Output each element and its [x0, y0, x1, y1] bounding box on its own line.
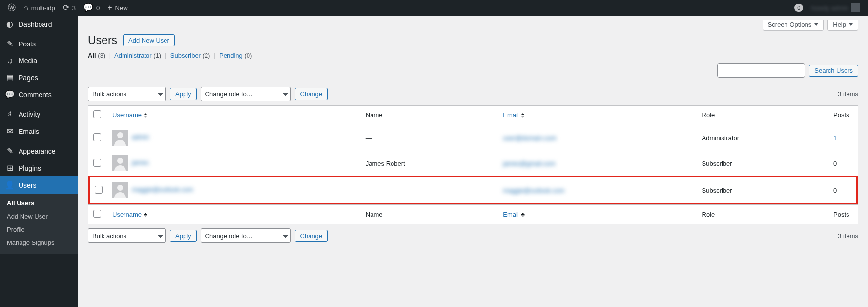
cell-name: James Robert — [361, 151, 498, 176]
email-link[interactable]: user@domain.com — [503, 134, 556, 142]
sidebar-item-posts[interactable]: ✎Posts — [0, 35, 78, 52]
col-email[interactable]: Email — [498, 106, 697, 125]
col-role: Role — [697, 204, 828, 224]
user-greeting[interactable]: howdy admin — [807, 0, 864, 16]
search-users-button[interactable]: Search Users — [809, 65, 858, 77]
col-username-label: Username — [112, 111, 142, 119]
cell-posts: 0 — [833, 160, 837, 167]
username-link[interactable]: admin — [132, 133, 149, 141]
select-all-checkbox[interactable] — [93, 210, 101, 218]
sidebar-item-pages[interactable]: ▤Pages — [0, 69, 78, 86]
apply-bulk-button[interactable]: Apply — [170, 88, 197, 100]
username-link[interactable]: maggie@outlook.com — [132, 186, 193, 193]
submenu-manage-signups[interactable]: Manage Signups — [0, 236, 78, 249]
tablenav-top: Bulk actions Apply Change role to… Chang… — [78, 83, 868, 105]
bulk-actions-select[interactable]: Bulk actions — [88, 228, 166, 243]
help-label: Help — [833, 21, 846, 28]
cell-role: Subscriber — [697, 176, 828, 204]
new-content[interactable]: +New — [103, 0, 131, 16]
sidebar-item-media[interactable]: ♫Media — [0, 52, 78, 69]
wordpress-icon: ⓦ — [8, 4, 16, 12]
col-email-label: Email — [503, 211, 519, 218]
items-count-bottom: 3 items — [838, 232, 858, 240]
username-link[interactable]: james — [132, 159, 149, 166]
sidebar-item-plugins[interactable]: ⊞Plugins — [0, 159, 78, 176]
change-role-select[interactable]: Change role to… — [201, 228, 291, 243]
submenu-add-new-user[interactable]: Add New User — [0, 210, 78, 223]
filter-subscriber[interactable]: Subscriber (2) — [170, 52, 210, 59]
email-link[interactable]: james@gmail.com — [503, 160, 555, 167]
change-role-button[interactable]: Change — [295, 230, 328, 242]
cell-name: — — [361, 125, 498, 151]
col-username[interactable]: Username — [107, 106, 361, 125]
change-role-select[interactable]: Change role to… — [201, 87, 291, 101]
comments-icon: 💬 — [5, 90, 15, 99]
users-icon: 👤 — [5, 180, 15, 190]
comments-count: 0 — [96, 4, 100, 12]
users-table: Username Name Email Role Posts admin—use… — [88, 105, 858, 224]
media-icon: ♫ — [5, 56, 15, 65]
wp-logo[interactable]: ⓦ — [4, 0, 20, 16]
bulk-actions-select[interactable]: Bulk actions — [88, 87, 166, 101]
cell-posts: 0 — [833, 187, 837, 194]
site-name[interactable]: ⌂multi-idp — [20, 0, 59, 16]
col-name: Name — [361, 106, 498, 125]
chevron-down-icon — [849, 23, 853, 26]
filter-all-label: All — [88, 52, 96, 59]
search-users-input[interactable] — [717, 63, 805, 78]
avatar-icon — [112, 130, 128, 146]
admin-bar: ⓦ ⌂multi-idp ⟳3 💬0 +New 0 howdy admin — [0, 0, 868, 16]
sidebar-item-label: Plugins — [19, 164, 41, 172]
notifications[interactable]: 0 — [790, 0, 807, 16]
sidebar-item-activity[interactable]: ♯Activity — [0, 106, 78, 123]
sidebar-item-dashboard[interactable]: ◐Dashboard — [0, 16, 78, 33]
screen-options-button[interactable]: Screen Options — [763, 20, 824, 31]
submenu-all-users[interactable]: All Users — [0, 197, 78, 210]
sidebar-item-emails[interactable]: ✉Emails — [0, 123, 78, 140]
email-link[interactable]: maggie@outlook.com — [503, 187, 564, 194]
dashboard-icon: ◐ — [5, 20, 15, 29]
change-role-button[interactable]: Change — [295, 88, 328, 100]
apply-bulk-button[interactable]: Apply — [170, 230, 197, 242]
user-role-filters: All (3) | Administrator (1) | Subscriber… — [78, 52, 868, 63]
row-checkbox[interactable] — [93, 133, 101, 141]
refresh-icon: ⟳ — [63, 4, 69, 12]
sort-icon — [144, 213, 147, 217]
filter-administrator[interactable]: Administrator (1) — [114, 52, 161, 59]
user-greeting-text: howdy admin — [811, 4, 848, 12]
sidebar-item-users[interactable]: 👤Users — [0, 176, 78, 194]
pages-icon: ▤ — [5, 73, 15, 82]
avatar-icon — [112, 182, 128, 198]
col-username[interactable]: Username — [107, 204, 361, 224]
row-checkbox[interactable] — [93, 159, 101, 167]
filter-pending-label: Pending — [219, 52, 243, 59]
add-new-user-button[interactable]: Add New User — [123, 34, 175, 46]
cell-role: Subscriber — [697, 151, 828, 176]
page-header: Users Add New User — [78, 31, 868, 52]
col-email[interactable]: Email — [498, 204, 697, 224]
help-button[interactable]: Help — [827, 20, 858, 31]
plus-icon: + — [107, 4, 112, 12]
sidebar-item-label: Media — [19, 57, 37, 65]
updates[interactable]: ⟳3 — [59, 0, 80, 16]
sidebar-item-comments[interactable]: 💬Comments — [0, 86, 78, 103]
posts-link[interactable]: 1 — [833, 134, 837, 142]
submenu-profile[interactable]: Profile — [0, 223, 78, 236]
select-all-checkbox[interactable] — [93, 110, 101, 118]
admin-bar-right: 0 howdy admin — [790, 0, 864, 16]
filter-pending[interactable]: Pending (0) — [219, 52, 252, 59]
comments-bubble[interactable]: 💬0 — [80, 0, 103, 16]
avatar-icon — [851, 3, 860, 12]
sidebar-item-appearance[interactable]: ✎Appearance — [0, 142, 78, 159]
filter-all[interactable]: All (3) — [88, 52, 105, 59]
items-count-top: 3 items — [838, 90, 858, 98]
filter-all-count: (3) — [98, 52, 105, 59]
col-posts: Posts — [828, 106, 858, 125]
activity-icon: ♯ — [5, 110, 15, 119]
sort-icon — [521, 213, 525, 217]
row-checkbox[interactable] — [95, 186, 103, 194]
screen-options-label: Screen Options — [768, 21, 812, 28]
sidebar-item-label: Users — [19, 181, 37, 189]
sidebar-item-label: Posts — [19, 40, 36, 48]
notifications-count: 0 — [794, 4, 803, 12]
